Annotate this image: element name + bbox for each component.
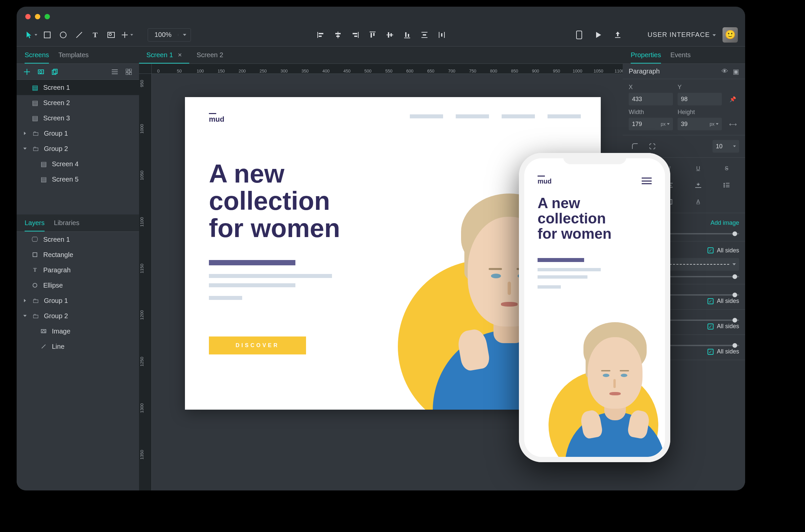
list-view-button[interactable] xyxy=(110,67,120,77)
all-sides-checkbox-3[interactable]: ✓ xyxy=(708,349,713,355)
tab-layers[interactable]: Layers xyxy=(25,214,44,231)
screen-group-2[interactable]: 🗀Group 2 xyxy=(17,141,139,156)
list-button[interactable] xyxy=(714,179,740,191)
screen-group-1[interactable]: 🗀Group 1 xyxy=(17,126,139,141)
svg-rect-5 xyxy=(336,36,340,37)
play-preview-button[interactable] xyxy=(591,27,606,42)
svg-rect-2 xyxy=(319,36,322,37)
close-tab-button[interactable]: ✕ xyxy=(177,52,182,58)
user-avatar[interactable]: 🙂 xyxy=(723,27,738,42)
chevron-right-icon[interactable] xyxy=(23,299,27,302)
layer-line[interactable]: Line xyxy=(17,339,139,354)
minimize-window-button[interactable] xyxy=(35,14,40,19)
chevron-down-icon[interactable] xyxy=(23,315,27,317)
layer-rectangle[interactable]: Rectangle xyxy=(17,247,139,262)
add-tool[interactable] xyxy=(120,27,134,42)
width-unit-dropdown[interactable]: px xyxy=(661,121,670,127)
svg-rect-20 xyxy=(423,34,426,36)
image-icon xyxy=(38,70,44,74)
maximize-window-button[interactable] xyxy=(44,14,50,19)
zoom-value[interactable]: 100% xyxy=(148,31,178,39)
doc-tab-screen1[interactable]: Screen 1 ✕ xyxy=(139,46,189,63)
tab-properties[interactable]: Properties xyxy=(631,46,661,63)
visibility-toggle[interactable]: 👁 xyxy=(722,68,728,75)
align-bottom-button[interactable] xyxy=(400,27,414,42)
screen-item-screen1[interactable]: ▤Screen 1 xyxy=(17,80,139,95)
layer-group-1[interactable]: 🗀Group 1 xyxy=(17,293,139,308)
height-unit-dropdown[interactable]: px xyxy=(710,121,718,127)
svg-rect-18 xyxy=(422,32,428,33)
ruler-vertical: 95010001050110011501200125013001350 xyxy=(139,74,152,491)
strikethrough-button[interactable]: S xyxy=(714,162,740,175)
text-color-button[interactable]: A xyxy=(686,195,711,208)
layer-group-2[interactable]: 🗀Group 2 xyxy=(17,308,139,324)
underline-button[interactable]: U xyxy=(686,162,711,175)
layer-image[interactable]: Image xyxy=(17,324,139,339)
x-input[interactable]: 433 xyxy=(629,93,673,106)
new-screen-button[interactable] xyxy=(22,67,32,77)
y-label: Y xyxy=(678,84,722,91)
all-sides-checkbox-2[interactable]: ✓ xyxy=(708,324,713,329)
screen-item-screen4[interactable]: ▤Screen 4 xyxy=(17,156,139,172)
fill-all-sides-checkbox[interactable]: ✓ xyxy=(708,247,713,253)
distribute-v-button[interactable] xyxy=(417,27,432,42)
all-sides-checkbox-1[interactable]: ✓ xyxy=(708,298,713,304)
duplicate-screen-button[interactable] xyxy=(50,67,60,77)
grid-view-button[interactable] xyxy=(124,67,134,77)
tab-templates[interactable]: Templates xyxy=(58,46,89,63)
screen-item-screen2[interactable]: ▤Screen 2 xyxy=(17,95,139,110)
svg-rect-30 xyxy=(112,74,118,74)
layer-screen1[interactable]: 🖵Screen 1 xyxy=(17,232,139,247)
device-preview-button[interactable] xyxy=(572,27,586,42)
tab-libraries[interactable]: Libraries xyxy=(54,214,79,231)
independent-corners-button[interactable] xyxy=(646,140,659,153)
layer-paragraph[interactable]: TParagrah xyxy=(17,262,139,278)
text-tool[interactable]: T xyxy=(88,27,102,42)
screen-item-screen5[interactable]: ▤Screen 5 xyxy=(17,172,139,187)
chevron-down-icon[interactable] xyxy=(23,148,27,150)
add-image-link[interactable]: Add image xyxy=(711,220,739,226)
plus-icon xyxy=(24,69,30,75)
cursor-tool[interactable] xyxy=(24,27,39,42)
zoom-dropdown[interactable] xyxy=(178,34,191,36)
corner-radius-input[interactable]: 10 xyxy=(713,140,739,153)
y-input[interactable]: 98 xyxy=(678,93,722,106)
svg-rect-26 xyxy=(52,70,56,75)
pin-position-button[interactable]: 📌 xyxy=(727,93,739,106)
layer-ellipse[interactable]: Ellipse xyxy=(17,278,139,293)
height-input[interactable]: 39px xyxy=(678,118,722,130)
svg-rect-16 xyxy=(405,32,407,37)
width-input[interactable]: 179px xyxy=(629,118,673,130)
svg-rect-25 xyxy=(615,37,620,38)
new-image-screen-button[interactable] xyxy=(36,67,46,77)
align-top-button[interactable] xyxy=(365,27,380,42)
monitor-icon: 🖵 xyxy=(31,236,39,243)
tab-events[interactable]: Events xyxy=(670,46,691,63)
distribute-h-button[interactable] xyxy=(434,27,449,42)
avatar-icon: 🙂 xyxy=(725,30,735,40)
svg-rect-6 xyxy=(358,32,359,38)
align-center-h-button[interactable] xyxy=(331,27,345,42)
align-left-button[interactable] xyxy=(313,27,328,42)
rectangle-tool[interactable] xyxy=(40,27,55,42)
zoom-control[interactable]: 100% xyxy=(148,28,191,41)
doc-tab-screen2[interactable]: Screen 2 xyxy=(189,46,230,63)
x-label: X xyxy=(629,84,673,91)
tab-screens[interactable]: Screens xyxy=(25,46,49,63)
align-center-v-button[interactable] xyxy=(382,27,397,42)
close-window-button[interactable] xyxy=(25,14,31,19)
file-icon: ▤ xyxy=(31,83,39,92)
link-dimensions-button[interactable]: ⟷ xyxy=(727,118,739,130)
hero-paragraph-placeholder xyxy=(209,260,332,300)
layer-stack-button[interactable]: ▣ xyxy=(733,68,739,75)
screen-item-screen3[interactable]: ▤Screen 3 xyxy=(17,110,139,126)
indent-button[interactable] xyxy=(686,179,711,191)
chevron-right-icon[interactable] xyxy=(23,132,27,135)
screens-tree: ▤Screen 1 ▤Screen 2 ▤Screen 3 🗀Group 1 🗀… xyxy=(17,80,139,214)
project-name-dropdown[interactable]: USER INTERFACE xyxy=(648,31,716,39)
upload-share-button[interactable] xyxy=(611,27,625,42)
ellipse-tool[interactable] xyxy=(56,27,71,42)
align-right-button[interactable] xyxy=(348,27,362,42)
line-tool[interactable] xyxy=(72,27,87,42)
image-tool[interactable] xyxy=(104,27,118,42)
